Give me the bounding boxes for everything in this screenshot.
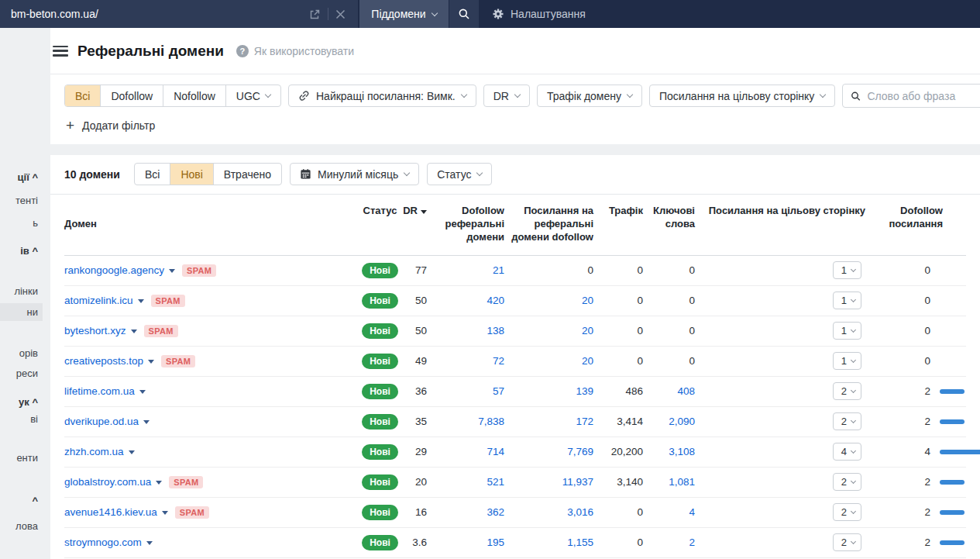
domain-link[interactable]: atomizelink.icu [64, 295, 133, 306]
caret-down-icon[interactable] [169, 269, 175, 273]
status-dropdown[interactable]: Статус [427, 163, 492, 185]
segment-nofollow[interactable]: Nofollow [163, 85, 225, 106]
caret-down-icon[interactable] [129, 450, 135, 454]
dofollow-ref-domains-value[interactable]: 521 [427, 476, 504, 488]
caret-down-icon[interactable] [148, 360, 154, 364]
sidebar-item[interactable]: орів [0, 344, 43, 362]
caret-down-icon[interactable] [131, 330, 137, 333]
target-links-select[interactable]: 1 [833, 352, 861, 370]
clear-icon[interactable] [331, 9, 350, 19]
links-ref-domains-dofollow-value[interactable]: 139 [504, 385, 593, 397]
caret-down-icon[interactable] [138, 299, 144, 303]
caret-down-icon[interactable] [139, 390, 146, 394]
target-links-select[interactable]: 1 [833, 261, 861, 279]
col-dofollow-links[interactable]: Dofollow посилання [865, 205, 966, 244]
links-ref-domains-dofollow-value[interactable]: 11,937 [504, 476, 593, 488]
sidebar-item[interactable]: лінки [0, 282, 43, 300]
period-dropdown[interactable]: Минулий місяць [290, 163, 419, 185]
target-links-select[interactable]: 2 [833, 473, 861, 491]
dofollow-ref-domains-value[interactable]: 195 [427, 537, 504, 548]
col-keywords[interactable]: Ключові слова [643, 205, 695, 244]
keywords-value[interactable]: 3,108 [643, 446, 695, 457]
dofollow-ref-domains-value[interactable]: 57 [427, 385, 504, 397]
keywords-value[interactable]: 2 [643, 537, 695, 548]
col-dr[interactable]: DR [401, 205, 427, 244]
dofollow-ref-domains-value[interactable]: 7,838 [427, 416, 504, 427]
sidebar-item[interactable]: тенті [0, 192, 43, 209]
add-filter-button[interactable]: + Додати фільтр [50, 108, 980, 132]
segment-dofollow[interactable]: Dofollow [100, 85, 163, 106]
settings-button[interactable]: Налаштування [492, 0, 586, 28]
segment-all[interactable]: Всі [65, 85, 100, 106]
col-traffic[interactable]: Трафік [593, 205, 643, 244]
domain-link[interactable]: zhzh.com.ua [64, 446, 124, 457]
dofollow-ref-domains-value[interactable]: 362 [427, 506, 504, 518]
sidebar-item[interactable]: ^ [0, 492, 43, 509]
target-url-value[interactable]: bm-beton.com.ua/ [11, 8, 304, 20]
links-ref-domains-dofollow-value[interactable]: 172 [504, 416, 593, 427]
keywords-value[interactable]: 2,090 [643, 416, 695, 427]
phrase-search-input[interactable] [867, 90, 980, 102]
segment-all-domains[interactable]: Всі [135, 164, 170, 185]
phrase-search[interactable] [842, 84, 980, 108]
domain-link[interactable]: globalstroy.com.ua [64, 476, 151, 488]
dofollow-ref-domains-value[interactable]: 714 [427, 446, 504, 457]
best-links-filter[interactable]: Найкращі посилання: Вимк. [288, 85, 476, 107]
target-links-select[interactable]: 2 [833, 503, 861, 521]
menu-icon[interactable] [53, 46, 68, 57]
domain-link[interactable]: byteshort.xyz [64, 325, 126, 336]
search-button[interactable] [449, 0, 479, 28]
caret-down-icon[interactable] [156, 481, 162, 485]
col-dofollow-ref-domains[interactable]: Dofollow реферальні домени [427, 205, 504, 244]
domain-traffic-filter[interactable]: Трафік домену [537, 85, 642, 107]
dofollow-ref-domains-value[interactable]: 72 [427, 355, 504, 367]
sidebar-item[interactable]: ів ^ [0, 242, 43, 260]
domain-link[interactable]: dverikupe.od.ua [64, 416, 139, 427]
dofollow-ref-domains-value[interactable]: 138 [427, 325, 504, 336]
dr-filter[interactable]: DR [483, 85, 530, 107]
caret-down-icon[interactable] [143, 420, 150, 424]
domain-link[interactable]: rankongoogle.agency [64, 264, 164, 276]
target-link-filter[interactable]: Посилання на цільову сторінку [649, 85, 835, 107]
sidebar-item[interactable]: ь [0, 214, 43, 232]
domain-link[interactable]: stroymnogo.com [64, 537, 142, 548]
how-to-use-link[interactable]: ? Як використовувати [236, 45, 354, 57]
sidebar-item[interactable]: ції ^ [0, 168, 43, 186]
target-links-select[interactable]: 4 [833, 443, 861, 461]
sidebar-item[interactable]: лова [0, 517, 43, 535]
col-links-ref-domains-dofollow[interactable]: Посилання на реферальні домени dofollow [504, 205, 593, 244]
sidebar-item[interactable]: ук ^ [0, 393, 43, 411]
sidebar-item[interactable]: енти [0, 449, 43, 467]
target-url-field[interactable]: bm-beton.com.ua/ [0, 0, 358, 28]
open-external-icon[interactable] [304, 9, 325, 20]
target-links-select[interactable]: 1 [833, 292, 861, 309]
links-ref-domains-dofollow-value[interactable]: 20 [504, 325, 593, 336]
sidebar-item[interactable]: ни [0, 303, 43, 321]
segment-lost[interactable]: Втрачено [213, 164, 281, 185]
col-status[interactable]: Статус [359, 205, 401, 244]
caret-down-icon[interactable] [146, 541, 153, 545]
scope-dropdown[interactable]: Піддомени [359, 0, 449, 28]
domain-link[interactable]: avenue1416.kiev.ua [64, 506, 157, 518]
target-links-select[interactable]: 2 [833, 533, 861, 551]
dofollow-ref-domains-value[interactable]: 21 [427, 264, 504, 276]
links-ref-domains-dofollow-value[interactable]: 20 [504, 355, 593, 367]
caret-down-icon[interactable] [162, 511, 168, 515]
domain-link[interactable]: lifetime.com.ua [64, 385, 135, 397]
col-domain[interactable]: Домен [64, 205, 359, 244]
target-links-select[interactable]: 2 [833, 412, 861, 430]
target-links-select[interactable]: 2 [833, 382, 861, 400]
col-target-links[interactable]: Посилання на цільову сторінку [695, 205, 865, 244]
links-ref-domains-dofollow-value[interactable]: 3,016 [504, 506, 593, 518]
links-ref-domains-dofollow-value[interactable]: 1,155 [504, 537, 593, 548]
dofollow-ref-domains-value[interactable]: 420 [427, 295, 504, 306]
segment-new[interactable]: Нові [170, 164, 212, 185]
links-ref-domains-dofollow-value[interactable]: 20 [504, 295, 593, 306]
links-ref-domains-dofollow-value[interactable]: 7,769 [504, 446, 593, 457]
segment-ugc[interactable]: UGC [225, 85, 280, 106]
target-links-select[interactable]: 1 [833, 322, 861, 340]
sidebar-item[interactable]: реси [0, 364, 43, 382]
keywords-value[interactable]: 1,081 [643, 476, 695, 488]
keywords-value[interactable]: 408 [643, 385, 695, 397]
sidebar-item[interactable]: ві [0, 410, 43, 428]
